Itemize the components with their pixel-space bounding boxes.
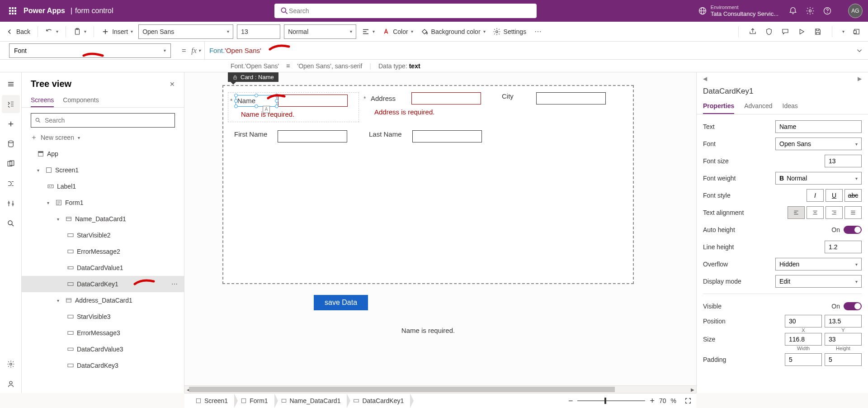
share-icon[interactable]: [749, 28, 757, 36]
fx-button[interactable]: fx▾: [188, 42, 205, 59]
tree-item-app[interactable]: App: [22, 146, 184, 162]
lastname-field-input[interactable]: [412, 130, 482, 142]
tree-item-starvisible2[interactable]: StarVisible2: [22, 227, 184, 243]
prop-lineheight-input[interactable]: 1.2: [825, 241, 862, 253]
zoom-out-button[interactable]: −: [568, 396, 573, 406]
gear-icon[interactable]: [806, 6, 815, 15]
search-input[interactable]: [289, 7, 531, 14]
tree-close-icon[interactable]: ✕: [170, 81, 175, 88]
play-icon[interactable]: [797, 28, 806, 36]
tree-item-label1[interactable]: Label1: [22, 178, 184, 195]
font-weight-select[interactable]: Normal▾: [284, 24, 356, 39]
overflow-icon[interactable]: ⋯: [534, 27, 542, 36]
undo-icon[interactable]: [45, 28, 53, 36]
tree-search-input[interactable]: [45, 117, 171, 124]
scroll-right-icon[interactable]: ▶: [689, 386, 696, 394]
app-launcher-icon[interactable]: [5, 4, 20, 18]
global-search[interactable]: [274, 4, 537, 18]
scroll-thumb[interactable]: [189, 387, 615, 392]
app-name[interactable]: Power Apps: [24, 7, 65, 15]
paste-chevron[interactable]: ▾: [84, 29, 86, 34]
crumb-name-datacard[interactable]: Name_DataCard1: [274, 394, 347, 408]
undo-chevron[interactable]: ▾: [56, 29, 58, 34]
align-right-button[interactable]: [826, 206, 843, 219]
rail-data-icon[interactable]: [2, 135, 20, 153]
settings-button[interactable]: Settings: [491, 28, 528, 36]
autoheight-toggle[interactable]: [844, 226, 862, 234]
back-button[interactable]: Back: [4, 28, 32, 36]
tree-item-datacardvalue1[interactable]: DataCardValue1: [22, 260, 184, 276]
zoom-in-button[interactable]: +: [650, 396, 655, 406]
bell-icon[interactable]: [788, 6, 797, 15]
italic-button[interactable]: I: [807, 189, 824, 202]
crumb-screen1[interactable]: Screen1: [189, 394, 234, 408]
rail-insert-icon[interactable]: [2, 115, 20, 133]
fit-screen-icon[interactable]: [684, 397, 692, 404]
rail-flow-icon[interactable]: [2, 175, 20, 193]
name-field-input[interactable]: [278, 95, 348, 107]
bgcolor-menu[interactable]: Background color ▾: [419, 28, 487, 36]
rail-media-icon[interactable]: [2, 155, 20, 173]
tree-search[interactable]: [31, 113, 175, 128]
props-tab-properties[interactable]: Properties: [703, 100, 734, 114]
checker-icon[interactable]: [765, 28, 773, 36]
environment-picker[interactable]: Environment Tata Consultancy Servic...: [698, 5, 778, 18]
prop-x-input[interactable]: 30: [785, 315, 822, 327]
save-icon[interactable]: [814, 28, 822, 36]
save-data-button[interactable]: save Data: [314, 295, 368, 310]
prop-padtop-input[interactable]: 5: [785, 353, 822, 366]
tree-item-starvisible3[interactable]: StarVisible3: [22, 308, 184, 325]
help-icon[interactable]: [823, 6, 832, 15]
tree-item-name-datacard[interactable]: ▾ Name_DataCard1: [22, 211, 184, 227]
rail-ask-icon[interactable]: [2, 375, 20, 393]
color-menu[interactable]: Color ▾: [380, 28, 415, 36]
rail-search-icon[interactable]: [2, 214, 20, 232]
underline-button[interactable]: U: [826, 189, 843, 202]
tree-item-errormessage2[interactable]: ErrorMessage2: [22, 243, 184, 260]
form-canvas[interactable]: * Name A: [222, 85, 634, 284]
prop-overflow-select[interactable]: Hidden▾: [775, 258, 862, 270]
tree-item-errormessage3[interactable]: ErrorMessage3: [22, 325, 184, 341]
card-tag[interactable]: Card : Name: [228, 72, 278, 82]
tab-screens[interactable]: Screens: [31, 94, 54, 107]
insert-button[interactable]: Insert ▾: [99, 28, 135, 36]
city-field-input[interactable]: [536, 92, 606, 104]
property-selector[interactable]: Font▾: [9, 43, 171, 58]
zoom-slider[interactable]: [577, 400, 645, 401]
crumb-form1[interactable]: Form1: [234, 394, 274, 408]
prop-width-input[interactable]: 116.8: [785, 333, 822, 346]
align-center-button[interactable]: [807, 206, 824, 219]
new-screen-button[interactable]: New screen ▾: [31, 132, 175, 143]
prop-height-input[interactable]: 33: [825, 333, 862, 346]
font-family-select[interactable]: Open Sans▾: [138, 24, 233, 39]
prop-fontweight-select[interactable]: BNormal▾: [775, 172, 862, 185]
address-field-input[interactable]: [411, 92, 481, 104]
prop-font-select[interactable]: Open Sans▾: [775, 138, 862, 150]
user-avatar[interactable]: AG: [848, 4, 863, 18]
tree-item-datacardkey1[interactable]: DataCardKey1 ⋯: [22, 276, 184, 292]
prop-displaymode-select[interactable]: Edit▾: [775, 275, 862, 288]
rail-tree-icon[interactable]: [2, 95, 20, 113]
props-tab-ideas[interactable]: Ideas: [783, 100, 798, 114]
paste-icon[interactable]: [73, 28, 81, 36]
tree-item-address-datacard[interactable]: ▾ Address_DataCard1: [22, 292, 184, 308]
prop-fontsize-input[interactable]: 13: [825, 155, 862, 167]
align-left-button[interactable]: [788, 206, 805, 219]
strike-button[interactable]: abc: [844, 189, 862, 202]
document-title[interactable]: form control: [75, 7, 113, 15]
publish-icon[interactable]: [853, 28, 861, 36]
formula-expand-icon[interactable]: [855, 47, 863, 55]
rail-hamburger-icon[interactable]: [2, 75, 20, 93]
visible-toggle[interactable]: [844, 302, 862, 310]
align-justify-button[interactable]: [844, 206, 862, 219]
prop-y-input[interactable]: 13.5: [825, 315, 862, 327]
rail-variables-icon[interactable]: [2, 195, 20, 213]
font-size-select[interactable]: 13: [237, 24, 280, 39]
tree-item-form1[interactable]: ▾ Form1: [22, 195, 184, 211]
formula-input[interactable]: Font.'Open Sans': [205, 47, 261, 55]
rail-settings-icon[interactable]: [2, 355, 20, 373]
props-tab-advanced[interactable]: Advanced: [744, 100, 772, 114]
crumb-datacardkey1[interactable]: DataCardKey1: [347, 394, 410, 408]
comments-icon[interactable]: [781, 28, 789, 36]
tree-item-more-icon[interactable]: ⋯: [171, 280, 178, 288]
